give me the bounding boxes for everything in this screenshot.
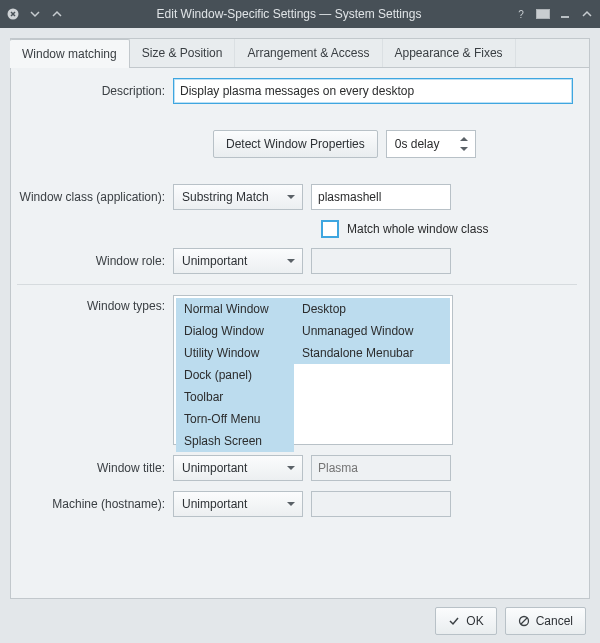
main-panel: Window matching Size & Position Arrangem… [10, 38, 590, 599]
class-value-input[interactable] [311, 184, 451, 210]
tabpage-window-matching: Description: Detect Window Properties 0s… [11, 68, 589, 598]
content-area: Window matching Size & Position Arrangem… [0, 28, 600, 643]
tabbar: Window matching Size & Position Arrangem… [11, 39, 589, 68]
description-input[interactable] [173, 78, 573, 104]
titlebar-left-controls [6, 7, 64, 21]
window-root: Edit Window-Specific Settings — System S… [0, 0, 600, 643]
list-item[interactable]: Unmanaged Window [294, 320, 450, 342]
separator [17, 284, 577, 285]
window-types-listbox[interactable]: Normal Window Dialog Window Utility Wind… [173, 295, 453, 445]
list-item[interactable]: Dock (panel) [176, 364, 294, 386]
minimize-icon[interactable] [558, 7, 572, 21]
row-window-types: Window types: Normal Window Dialog Windo… [17, 295, 577, 445]
types-col-1: Normal Window Dialog Window Utility Wind… [176, 298, 294, 442]
window-title: Edit Window-Specific Settings — System S… [64, 7, 514, 21]
keep-above-icon[interactable] [536, 7, 550, 21]
help-icon[interactable]: ? [514, 7, 528, 21]
close-icon[interactable] [6, 7, 20, 21]
row-window-class: Window class (application): Substring Ma… [17, 184, 577, 210]
list-item[interactable]: Normal Window [176, 298, 294, 320]
spin-arrows [457, 133, 471, 155]
row-window-role: Window role: Unimportant [17, 248, 577, 274]
role-match-mode-combo[interactable]: Unimportant [173, 248, 303, 274]
delay-spinbox[interactable]: 0s delay [386, 130, 476, 158]
tab-window-matching[interactable]: Window matching [10, 39, 130, 68]
svg-text:?: ? [518, 9, 524, 20]
title-match-mode-value: Unimportant [182, 461, 247, 475]
label-window-class: Window class (application): [17, 190, 173, 204]
cancel-icon [518, 615, 530, 627]
label-window-role: Window role: [17, 254, 173, 268]
tab-appearance-fixes[interactable]: Appearance & Fixes [383, 39, 516, 67]
chevron-up-icon[interactable] [50, 7, 64, 21]
tab-arrangement-access[interactable]: Arrangement & Access [235, 39, 382, 67]
machine-value-input [311, 491, 451, 517]
class-match-mode-value: Substring Match [182, 190, 269, 204]
label-window-types: Window types: [17, 295, 173, 313]
role-value-input [311, 248, 451, 274]
list-item[interactable]: Toolbar [176, 386, 294, 408]
list-item[interactable]: Standalone Menubar [294, 342, 450, 364]
list-item[interactable]: Splash Screen [176, 430, 294, 452]
check-icon [448, 615, 460, 627]
class-match-mode-combo[interactable]: Substring Match [173, 184, 303, 210]
ok-button[interactable]: OK [435, 607, 496, 635]
whole-class-checkbox[interactable] [321, 220, 339, 238]
ok-button-label: OK [466, 614, 483, 628]
list-item[interactable]: Torn-Off Menu [176, 408, 294, 430]
row-detect: Detect Window Properties 0s delay [17, 130, 577, 158]
cancel-button[interactable]: Cancel [505, 607, 586, 635]
tab-size-position[interactable]: Size & Position [130, 39, 236, 67]
titlebar-right-controls: ? [514, 7, 594, 21]
cancel-button-label: Cancel [536, 614, 573, 628]
whole-class-label: Match whole window class [347, 222, 488, 236]
row-machine: Machine (hostname): Unimportant [17, 491, 577, 517]
row-description: Description: [17, 78, 577, 104]
title-match-mode-combo[interactable]: Unimportant [173, 455, 303, 481]
chevron-down-icon[interactable] [28, 7, 42, 21]
title-value-input [311, 455, 451, 481]
machine-match-mode-value: Unimportant [182, 497, 247, 511]
list-item[interactable]: Dialog Window [176, 320, 294, 342]
row-window-title: Window title: Unimportant [17, 455, 577, 481]
detect-window-properties-button[interactable]: Detect Window Properties [213, 130, 378, 158]
dialog-buttons: OK Cancel [10, 599, 590, 635]
detect-button-label: Detect Window Properties [226, 137, 365, 151]
titlebar: Edit Window-Specific Settings — System S… [0, 0, 600, 28]
row-whole-class: Match whole window class [17, 220, 577, 238]
label-machine: Machine (hostname): [17, 497, 173, 511]
spin-down-icon[interactable] [460, 147, 468, 155]
list-item[interactable]: Utility Window [176, 342, 294, 364]
list-item[interactable]: Desktop [294, 298, 450, 320]
role-match-mode-value: Unimportant [182, 254, 247, 268]
maximize-icon[interactable] [580, 7, 594, 21]
types-col-2: Desktop Unmanaged Window Standalone Menu… [294, 298, 450, 442]
label-window-title: Window title: [17, 461, 173, 475]
spin-up-icon[interactable] [460, 133, 468, 141]
delay-value: 0s delay [395, 137, 440, 151]
label-description: Description: [17, 84, 173, 98]
machine-match-mode-combo[interactable]: Unimportant [173, 491, 303, 517]
